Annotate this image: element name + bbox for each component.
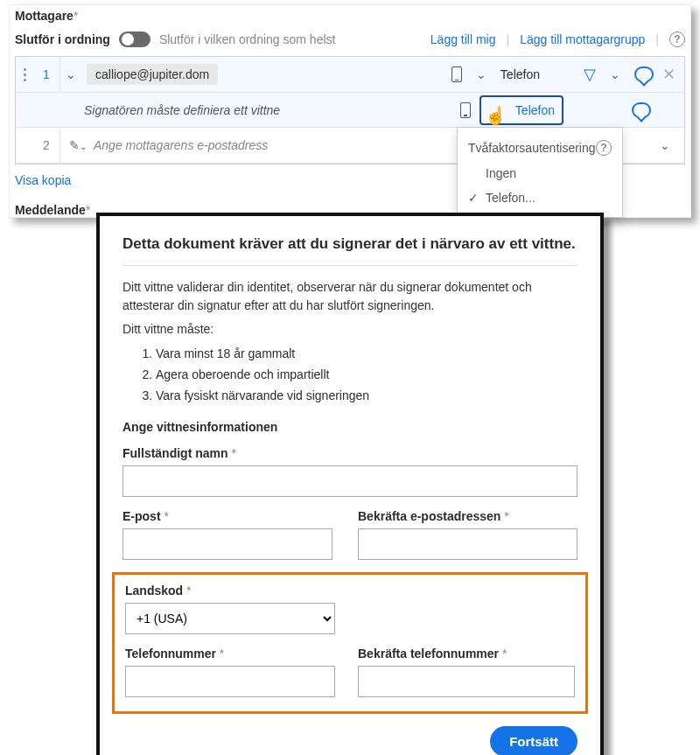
email-input[interactable] <box>122 528 332 560</box>
witness-modal: Detta dokument kräver att du signerar de… <box>96 213 604 755</box>
email-placeholder[interactable]: Ange mottagarens e-postadress <box>94 138 268 152</box>
witness-instruction: Signatören måste definiera ett vittne <box>84 103 280 117</box>
chevron-down-icon[interactable]: ⌄ <box>60 67 81 81</box>
dropdown-header: Tvåfaktorsautentisering <box>468 141 596 155</box>
rule-item: Vara minst 18 år gammalt <box>156 344 578 365</box>
comment-icon[interactable] <box>632 102 651 118</box>
help-icon[interactable]: ? <box>596 140 612 156</box>
recipient-email[interactable]: calliope@jupiter.dom <box>87 64 218 85</box>
add-group-link[interactable]: Lägg till mottagargrupp <box>520 32 645 46</box>
modal-intro: Ditt vittne validerar din identitet, obs… <box>122 278 578 315</box>
country-label: Landskod * <box>125 584 575 598</box>
confirm-email-input[interactable] <box>358 528 578 560</box>
auth-method: Telefon <box>500 67 540 81</box>
recipient-number: 2 <box>33 138 60 152</box>
required-asterisk: * <box>74 9 78 23</box>
recipients-title: Mottagare <box>15 9 74 23</box>
comment-icon[interactable] <box>634 66 654 82</box>
pen-icon[interactable]: ✎⌄ <box>69 138 87 152</box>
modal-title: Detta dokument kräver att du signerar de… <box>122 235 578 253</box>
fullname-label: Fullständigt namn * <box>122 446 578 460</box>
witness-row: Signatören måste definiera ett vittne ☝ … <box>16 93 684 128</box>
filter-icon[interactable]: ▽ <box>584 65 596 84</box>
phone-highlight-box: Landskod * +1 (USA) Telefonnummer * Bekr… <box>112 572 588 714</box>
dropdown-item-phone[interactable]: Telefon... <box>458 185 622 210</box>
phone-label: Telefonnummer * <box>125 647 342 661</box>
close-icon[interactable]: ✕ <box>662 65 676 84</box>
continue-button[interactable]: Fortsätt <box>490 726 578 755</box>
recipient-number: 1 <box>33 67 60 81</box>
country-select[interactable]: +1 (USA) <box>125 603 335 634</box>
witness-auth-selector[interactable]: ☝ Telefon <box>480 95 564 125</box>
rule-item: Agera oberoende och impartiellt <box>156 365 578 386</box>
phone-icon <box>460 102 471 118</box>
email-label: E-post * <box>122 509 342 523</box>
phone-icon <box>452 66 462 82</box>
order-toggle[interactable] <box>119 31 150 47</box>
rule-item: Vara fysiskt närvarande vid signeringen <box>156 386 578 407</box>
show-copy-link[interactable]: Visa kopia <box>15 173 71 187</box>
auth-dropdown: Tvåfaktorsautentisering ? Ingen Telefon.… <box>457 127 623 218</box>
recipient-row: 1 ⌄ calliope@jupiter.dom ⌄ Telefon ▽ ⌄ ✕ <box>16 57 684 93</box>
witness-auth-label: Telefon <box>515 103 555 117</box>
help-icon[interactable]: ? <box>669 31 685 47</box>
confirm-phone-input[interactable] <box>358 666 575 697</box>
auth-chevron-icon[interactable]: ⌄ <box>471 67 492 81</box>
fullname-input[interactable] <box>122 465 578 497</box>
order-label: Slutför i ordning <box>15 32 110 46</box>
recipients-list: 1 ⌄ calliope@jupiter.dom ⌄ Telefon ▽ ⌄ ✕… <box>15 56 685 164</box>
cursor-hand-icon: ☝ <box>485 105 507 126</box>
toggle-description: Slutför i vilken ordning som helst <box>159 32 336 46</box>
phone-input[interactable] <box>125 666 335 697</box>
drag-handle[interactable] <box>16 68 33 81</box>
add-me-link[interactable]: Lägg till mig <box>430 32 496 46</box>
confirm-phone-label: Bekräfta telefonnummer * <box>358 647 575 661</box>
dropdown-item-none[interactable]: Ingen <box>458 161 622 185</box>
modal-must: Ditt vittne måste: <box>122 320 578 339</box>
filter-chevron-icon[interactable]: ⌄ <box>605 67 626 81</box>
chevron-down-icon[interactable]: ⌄ <box>654 138 676 152</box>
confirm-email-label: Bekräfta e-postadressen * <box>358 509 578 523</box>
modal-subhead: Ange vittnesinformationen <box>122 420 578 434</box>
modal-rules: Vara minst 18 år gammalt Agera oberoende… <box>156 344 578 406</box>
